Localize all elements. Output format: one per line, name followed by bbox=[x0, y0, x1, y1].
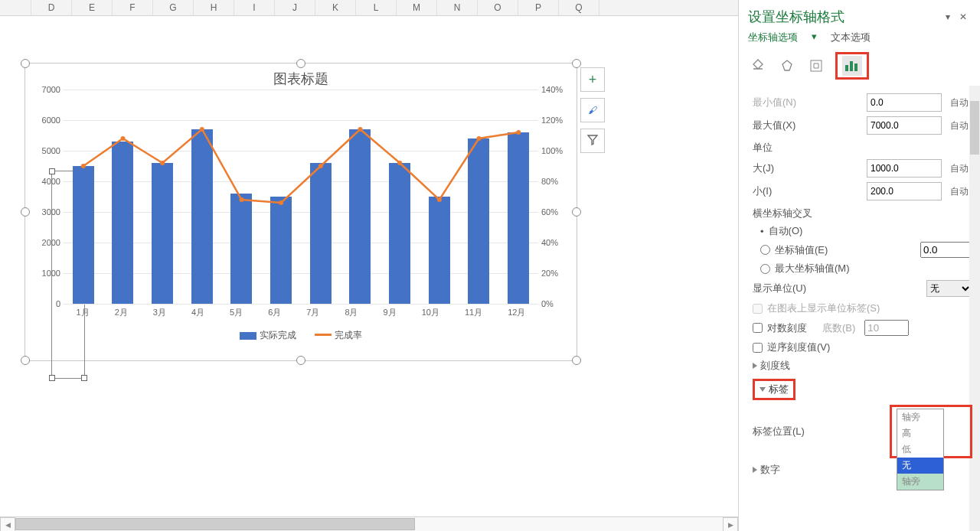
col-P[interactable]: P bbox=[518, 0, 559, 15]
pane-vertical-scrollbar[interactable] bbox=[969, 86, 980, 531]
svg-rect-15 bbox=[850, 61, 853, 71]
scroll-left-button[interactable]: ◀ bbox=[0, 517, 15, 531]
svg-marker-12 bbox=[782, 60, 792, 70]
funnel-icon bbox=[586, 134, 599, 148]
col-M[interactable]: M bbox=[397, 0, 437, 15]
svg-point-5 bbox=[279, 200, 283, 205]
col-D[interactable]: D bbox=[31, 0, 72, 15]
major-unit-label: 大(J) bbox=[753, 161, 867, 175]
resize-handle[interactable] bbox=[21, 356, 30, 365]
pos-opt[interactable]: 轴旁 bbox=[897, 409, 943, 425]
x-axis[interactable]: 1月2月3月4月5月6月7月8月9月10月11月12月 bbox=[64, 307, 538, 318]
pos-opt-selected[interactable]: 无 bbox=[897, 458, 943, 474]
max-auto[interactable]: 自动 bbox=[946, 119, 972, 132]
display-units-select[interactable]: 无 bbox=[926, 280, 972, 297]
scroll-track[interactable] bbox=[15, 517, 723, 531]
horizontal-scrollbar[interactable]: ◀ ▶ bbox=[0, 516, 738, 531]
cross-auto-radio[interactable]: •自动(O) bbox=[760, 224, 972, 238]
major-unit-input[interactable] bbox=[867, 159, 942, 178]
legend-entry-line[interactable]: 完成率 bbox=[315, 329, 362, 342]
chart-elements-button[interactable]: + bbox=[580, 67, 605, 92]
effects-icon[interactable] bbox=[777, 56, 797, 76]
resize-handle[interactable] bbox=[21, 59, 30, 68]
pos-opt[interactable]: 低 bbox=[897, 441, 943, 458]
svg-point-6 bbox=[318, 164, 323, 168]
chart-object[interactable]: 图表标题 01000200030004000500060007000 0%20%… bbox=[24, 63, 577, 361]
col-I[interactable]: I bbox=[234, 0, 275, 15]
format-axis-pane: 设置坐标轴格式 ▾ ✕ 坐标轴选项▾ 文本选项 最小值(N)自动 最大值(X)自… bbox=[738, 0, 980, 531]
svg-point-10 bbox=[477, 136, 482, 141]
log-scale-checkbox[interactable]: 对数刻度底数(B) bbox=[753, 320, 972, 336]
col-L[interactable]: L bbox=[356, 0, 397, 15]
pos-opt[interactable]: 高 bbox=[897, 425, 943, 441]
max-label: 最大值(X) bbox=[753, 119, 867, 132]
axis-options-icon[interactable] bbox=[842, 56, 862, 76]
reverse-order-checkbox[interactable]: 逆序刻度值(V) bbox=[753, 340, 972, 354]
svg-point-3 bbox=[200, 127, 204, 132]
scroll-right-button[interactable]: ▶ bbox=[723, 517, 738, 531]
chart-filter-button[interactable] bbox=[580, 129, 605, 153]
label-position-label: 标签位置(L) bbox=[753, 425, 890, 438]
resize-handle[interactable] bbox=[296, 356, 305, 365]
pane-dropdown-icon[interactable]: ▾ bbox=[940, 9, 956, 24]
column-headers: D E F G H I J K L M N O P Q bbox=[0, 0, 738, 16]
resize-handle[interactable] bbox=[296, 59, 305, 68]
cross-section: 横坐标轴交叉 bbox=[753, 207, 972, 220]
max-input[interactable] bbox=[867, 116, 942, 135]
svg-point-7 bbox=[358, 127, 363, 132]
min-auto[interactable]: 自动 bbox=[946, 96, 972, 109]
minor-unit-input[interactable] bbox=[867, 182, 942, 200]
plot-area[interactable]: 01000200030004000500060007000 0%20%40%60… bbox=[64, 90, 538, 304]
svg-point-8 bbox=[397, 161, 402, 165]
min-input[interactable] bbox=[867, 93, 942, 112]
secondary-y-axis[interactable]: 0%20%40%60%80%100%120%140% bbox=[540, 90, 573, 304]
svg-point-1 bbox=[121, 136, 126, 141]
show-unit-label-checkbox: 在图表上显示单位标签(S) bbox=[753, 301, 972, 315]
svg-point-4 bbox=[240, 197, 244, 202]
fill-icon[interactable] bbox=[748, 56, 768, 76]
col-H[interactable]: H bbox=[194, 0, 234, 15]
labels-section-toggle[interactable]: 标签 bbox=[753, 379, 972, 400]
chart-styles-button[interactable]: 🖌 bbox=[580, 98, 605, 122]
col-N[interactable]: N bbox=[437, 0, 478, 15]
line-series[interactable] bbox=[64, 90, 538, 304]
minor-unit-label: 小(I) bbox=[753, 184, 867, 198]
chart-legend[interactable]: 实际完成 完成率 bbox=[25, 329, 577, 342]
size-icon[interactable] bbox=[806, 56, 826, 76]
pane-close-button[interactable]: ✕ bbox=[956, 9, 971, 24]
tab-axis-options[interactable]: 坐标轴选项 bbox=[748, 31, 798, 44]
highlight-axis-options-icon bbox=[835, 52, 869, 80]
chevron-right-icon bbox=[753, 363, 757, 369]
cross-value-input[interactable] bbox=[920, 242, 972, 258]
svg-rect-16 bbox=[854, 64, 858, 71]
label-position-dropdown[interactable]: 轴旁 高 低 无 轴旁 bbox=[897, 409, 944, 490]
col-J[interactable]: J bbox=[275, 0, 315, 15]
primary-y-axis[interactable]: 01000200030004000500060007000 bbox=[28, 90, 62, 304]
chevron-down-icon bbox=[760, 387, 766, 392]
ticks-section-toggle[interactable]: 刻度线 bbox=[753, 359, 972, 373]
tab-text-options[interactable]: 文本选项 bbox=[831, 31, 871, 44]
svg-point-0 bbox=[81, 164, 86, 168]
col-E[interactable]: E bbox=[72, 0, 113, 15]
svg-rect-13 bbox=[811, 60, 822, 71]
log-base-input bbox=[864, 320, 909, 336]
min-label: 最小值(N) bbox=[753, 96, 867, 109]
scroll-thumb[interactable] bbox=[15, 518, 415, 530]
col-G[interactable]: G bbox=[153, 0, 194, 15]
cross-max-radio[interactable]: 最大坐标轴值(M) bbox=[760, 262, 972, 275]
legend-entry-bar[interactable]: 实际完成 bbox=[240, 329, 296, 342]
col-Q[interactable]: Q bbox=[559, 0, 599, 15]
col-O[interactable]: O bbox=[478, 0, 518, 15]
highlight-label-position: 轴旁 高 低 无 轴旁 bbox=[890, 405, 972, 458]
col-F[interactable]: F bbox=[113, 0, 153, 15]
cross-value-radio[interactable]: 坐标轴值(E) bbox=[760, 242, 972, 258]
scroll-thumb[interactable] bbox=[970, 101, 979, 155]
unit-section: 单位 bbox=[753, 141, 972, 155]
pos-opt[interactable]: 轴旁 bbox=[897, 474, 943, 490]
resize-handle[interactable] bbox=[572, 356, 581, 365]
display-units-label: 显示单位(U) bbox=[753, 282, 926, 295]
col-corner[interactable] bbox=[0, 0, 31, 15]
plus-icon: + bbox=[589, 72, 597, 88]
spreadsheet-area[interactable]: D E F G H I J K L M N O P Q 图表标题 bbox=[0, 0, 738, 531]
col-K[interactable]: K bbox=[315, 0, 356, 15]
